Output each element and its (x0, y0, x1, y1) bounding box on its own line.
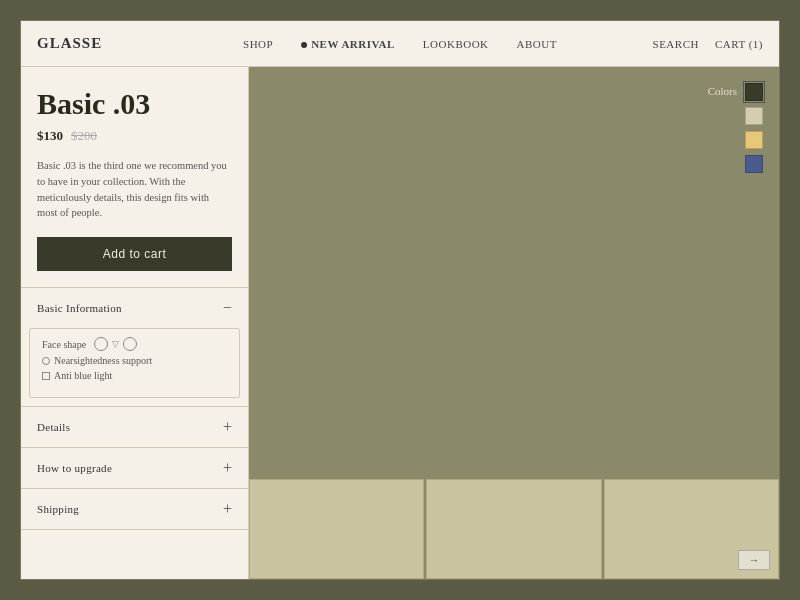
accordion-shipping-label: Shipping (37, 503, 79, 515)
nearsighted-label: Nearsightedness support (54, 355, 152, 366)
thumbnail-2[interactable] (426, 479, 601, 579)
arrow-icon: → (748, 554, 759, 566)
antiblue-row: Anti blue light (42, 370, 227, 381)
color-swatch-light[interactable] (745, 107, 763, 125)
thumbnail-3[interactable]: → (604, 479, 779, 579)
nav-new-arrival[interactable]: NEW ARRIVAL (301, 38, 395, 50)
thumbnail-1[interactable] (249, 479, 424, 579)
add-to-cart-button[interactable]: Add to cart (37, 237, 232, 271)
face-shape-oval-icon (123, 337, 137, 351)
antiblue-icon (42, 372, 50, 380)
face-shape-row: Face shape ▽ (42, 337, 227, 351)
search-button[interactable]: Search (653, 38, 699, 50)
accordion-details-toggle[interactable]: + (223, 419, 232, 435)
color-selector: Colors (708, 83, 763, 173)
face-shape-round-icon (94, 337, 108, 351)
cart-button[interactable]: Cart (1) (715, 38, 763, 50)
nav-lookbook[interactable]: LOOKBOOK (423, 38, 489, 50)
next-arrow[interactable]: → (738, 550, 770, 570)
accordion-shipping: Shipping + (21, 489, 248, 530)
logo[interactable]: GLASSE (37, 35, 102, 52)
color-swatch-gold[interactable] (745, 131, 763, 149)
accordion-basic-info-label: Basic Information (37, 302, 122, 314)
price-row: $130 $200 (37, 128, 232, 144)
nearsighted-icon (42, 357, 50, 365)
thumbnail-row: → (249, 479, 779, 579)
color-label: Colors (708, 85, 737, 97)
accordion-details: Details + (21, 407, 248, 448)
accordion-basic-info-header[interactable]: Basic Information − (21, 288, 248, 328)
accordion-basic-info-content: Face shape ▽ Nearsightedness support Ant… (29, 328, 240, 398)
accordion-details-label: Details (37, 421, 70, 433)
product-info: Basic .03 $130 $200 Basic .03 is the thi… (21, 67, 248, 288)
price-current: $130 (37, 128, 63, 144)
accordion-upgrade-header[interactable]: How to upgrade + (21, 448, 248, 488)
right-panel: Colors → (249, 67, 779, 579)
navbar-right: Search Cart (1) (653, 38, 763, 50)
left-panel: Basic .03 $130 $200 Basic .03 is the thi… (21, 67, 249, 579)
product-description: Basic .03 is the third one we recommend … (37, 158, 232, 221)
navbar: GLASSE SHOP NEW ARRIVAL LOOKBOOK ABOUT S… (21, 21, 779, 67)
accordion-details-header[interactable]: Details + (21, 407, 248, 447)
accordion-basic-info-toggle[interactable]: − (223, 300, 232, 316)
color-swatch-blue[interactable] (745, 155, 763, 173)
color-swatch-dark[interactable] (745, 83, 763, 101)
nav-dot (301, 42, 307, 48)
main-content: Basic .03 $130 $200 Basic .03 is the thi… (21, 67, 779, 579)
price-original: $200 (71, 128, 97, 144)
accordion-shipping-header[interactable]: Shipping + (21, 489, 248, 529)
nav-shop[interactable]: SHOP (243, 38, 273, 50)
page-container: GLASSE SHOP NEW ARRIVAL LOOKBOOK ABOUT S… (20, 20, 780, 580)
accordion-upgrade: How to upgrade + (21, 448, 248, 489)
face-shape-label: Face shape (42, 339, 86, 350)
accordion-upgrade-label: How to upgrade (37, 462, 112, 474)
nav-center: SHOP NEW ARRIVAL LOOKBOOK ABOUT (243, 38, 557, 50)
accordion-shipping-toggle[interactable]: + (223, 501, 232, 517)
product-title: Basic .03 (37, 87, 232, 120)
accordion-basic-info: Basic Information − Face shape ▽ Nearsig… (21, 288, 248, 407)
accordion-upgrade-toggle[interactable]: + (223, 460, 232, 476)
nearsighted-row: Nearsightedness support (42, 355, 227, 366)
antiblue-label: Anti blue light (54, 370, 112, 381)
color-swatches (745, 83, 763, 173)
nav-about[interactable]: ABOUT (517, 38, 557, 50)
